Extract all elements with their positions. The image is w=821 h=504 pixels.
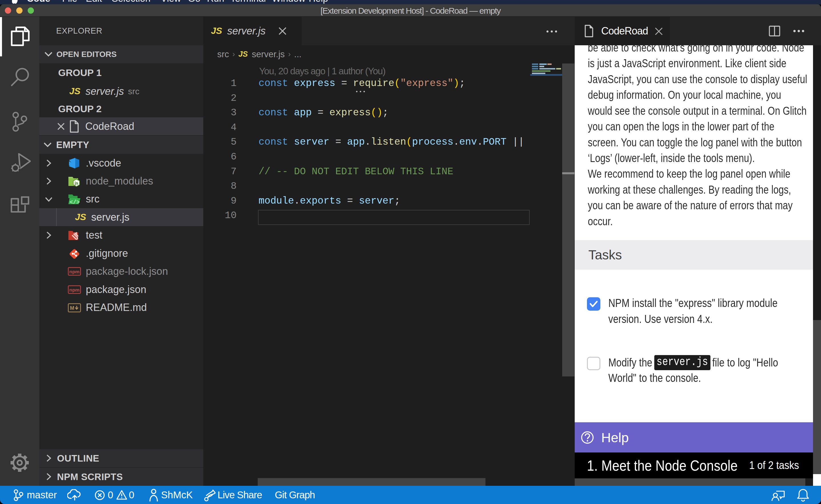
svg-text:M: M bbox=[70, 305, 74, 311]
svg-text:npm: npm bbox=[69, 287, 79, 293]
svg-text:</>: </> bbox=[70, 199, 80, 206]
svg-text:js: js bbox=[74, 181, 78, 185]
svg-text:npm: npm bbox=[69, 269, 79, 274]
